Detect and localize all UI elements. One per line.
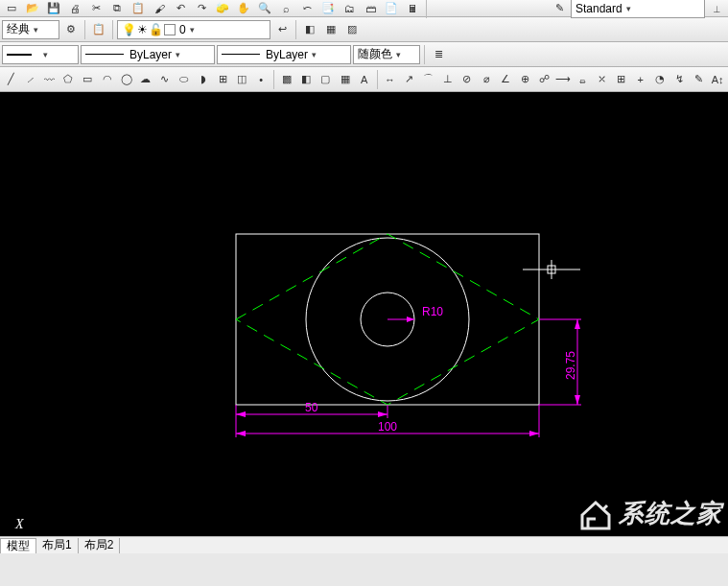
text-style-dropdown[interactable]: Standard: [571, 0, 705, 18]
ellipse-arc-icon[interactable]: ◗: [195, 70, 212, 89]
dim-space-icon[interactable]: ⏛: [575, 70, 592, 89]
separator: [84, 20, 85, 39]
dim-tedit-icon[interactable]: A↕: [709, 70, 726, 89]
dimstyle-brush-icon[interactable]: ✎: [550, 0, 569, 18]
new-icon[interactable]: ▭: [2, 0, 21, 18]
calc-icon[interactable]: 🖩: [403, 0, 422, 18]
dim100-arrow-r: [529, 431, 539, 436]
insert-block-icon[interactable]: ⊞: [214, 70, 231, 89]
dim-quick-icon[interactable]: ⊕: [516, 70, 533, 89]
hatch-icon[interactable]: ▩: [278, 70, 295, 89]
dim-angular-icon[interactable]: ∠: [497, 70, 514, 89]
drawing-svg: R10 50 100 29.75: [0, 92, 728, 536]
region-icon[interactable]: ▢: [317, 70, 334, 89]
print-icon[interactable]: 🖨: [65, 0, 84, 18]
status-bar: 模型 布局1 布局2: [0, 536, 728, 553]
list-icon[interactable]: ≣: [429, 45, 448, 64]
tab-layout1-label: 布局1: [42, 537, 72, 553]
dim50-text: 50: [305, 401, 318, 414]
dim-radius-icon[interactable]: ⊘: [458, 70, 476, 89]
tab-model[interactable]: 模型: [0, 538, 36, 553]
linetype2-value: ByLayer: [266, 48, 308, 61]
copy-icon[interactable]: ⧉: [107, 0, 127, 18]
workspace-dropdown[interactable]: 经典: [2, 20, 59, 39]
polygon-icon[interactable]: ⬠: [59, 70, 77, 89]
radius-arrowhead: [407, 316, 414, 322]
make-current-icon[interactable]: ◧: [300, 20, 319, 39]
layer-props-icon[interactable]: 📋: [89, 20, 108, 39]
separator: [112, 20, 113, 39]
workspace-value: 经典: [7, 21, 30, 37]
dim-baseline-icon[interactable]: ☍: [535, 70, 552, 89]
mtext-icon[interactable]: A: [356, 70, 373, 89]
tab-model-label: 模型: [7, 538, 30, 554]
tolerance-icon[interactable]: ⊞: [613, 70, 630, 89]
open-icon[interactable]: 📂: [23, 0, 42, 18]
lineweight-sample: [7, 54, 32, 56]
dim-aligned-icon[interactable]: ↗: [401, 70, 418, 89]
arc-icon[interactable]: ◠: [98, 70, 115, 89]
table-icon[interactable]: ▦: [336, 70, 353, 89]
pan-icon[interactable]: ✋: [234, 0, 253, 18]
dim100-text: 100: [378, 420, 397, 434]
erase-icon[interactable]: 🧽: [213, 0, 232, 18]
drawing-canvas[interactable]: R10 50 100 29.75 X 系统之家: [0, 92, 728, 536]
dim-diameter-icon[interactable]: ⌀: [478, 70, 495, 89]
dim-linear-icon[interactable]: ↔: [382, 70, 399, 89]
line-icon[interactable]: ╱: [2, 70, 19, 89]
freeze-icon: ☀: [137, 23, 148, 36]
make-block-icon[interactable]: ◫: [233, 70, 250, 89]
layer-iso-icon[interactable]: ▦: [321, 20, 341, 39]
dim-ordinate-icon[interactable]: ⊥: [439, 70, 457, 89]
point-icon[interactable]: •: [252, 70, 270, 89]
paste-icon[interactable]: 📋: [129, 0, 148, 18]
layer-dropdown[interactable]: 💡 ☀ 🔓 0: [117, 20, 270, 39]
workspace-gear-icon[interactable]: ⚙: [61, 20, 81, 39]
toolbar-workspace-layer: 经典 ⚙ 📋 💡 ☀ 🔓 0 ↩ ◧ ▦ ▨: [0, 17, 728, 42]
dimr-arrow-t: [575, 319, 580, 329]
revcloud-icon[interactable]: ☁: [137, 70, 154, 89]
layer-prev-icon[interactable]: ↩: [272, 20, 292, 39]
toolbar-top: ▭ 📂 💾 🖨 ✂ ⧉ 📋 🖌 ↶ ↷ 🧽 ✋ 🔍 ⌕ ⤺ 📑 🗂 🗃 📄 🖩 …: [0, 0, 728, 17]
rectangle-icon[interactable]: ▭: [79, 70, 96, 89]
save-icon[interactable]: 💾: [44, 0, 63, 18]
lock-icon: 🔓: [149, 23, 163, 36]
linetype2-dropdown[interactable]: ByLayer: [217, 45, 351, 64]
tab-layout1[interactable]: 布局1: [36, 538, 79, 553]
color-dropdown[interactable]: 随颜色: [353, 45, 420, 64]
undo-icon[interactable]: ↶: [171, 0, 190, 18]
dim-inspect-icon[interactable]: ◔: [651, 70, 669, 89]
toolbar-draw: ╱ ⟋ 〰 ⬠ ▭ ◠ ◯ ☁ ∿ ⬭ ◗ ⊞ ◫ • ▩ ◧ ▢ ▦ A ↔ …: [0, 67, 728, 92]
zoom-icon[interactable]: 🔍: [255, 0, 274, 18]
circle-icon[interactable]: ◯: [118, 70, 135, 89]
linetype1-dropdown[interactable]: ByLayer: [81, 45, 215, 64]
center-mark-icon[interactable]: +: [632, 70, 649, 89]
toolpalette-icon[interactable]: 🗃: [361, 0, 380, 18]
zoom-window-icon[interactable]: ⌕: [276, 0, 295, 18]
dcenter-icon[interactable]: 🗂: [340, 0, 359, 18]
spline-icon[interactable]: ∿: [156, 70, 174, 89]
linetype1-value: ByLayer: [129, 48, 172, 61]
layer-color-icon: [164, 24, 176, 35]
ellipse-icon[interactable]: ⬭: [176, 70, 193, 89]
pline-icon[interactable]: 〰: [40, 70, 58, 89]
sheetset-icon[interactable]: 📄: [382, 0, 401, 18]
tab-layout2[interactable]: 布局2: [79, 538, 121, 553]
match-icon[interactable]: 🖌: [150, 0, 169, 18]
gradient-icon[interactable]: ◧: [297, 70, 315, 89]
zoom-prev-icon[interactable]: ⤺: [297, 0, 317, 18]
lineweight-dropdown[interactable]: [2, 45, 79, 64]
dim-edit-icon[interactable]: ✎: [690, 70, 707, 89]
toolbar-properties: ByLayer ByLayer 随颜色 ≣: [0, 42, 728, 67]
dim-arc-icon[interactable]: ⌒: [420, 70, 437, 89]
redo-icon[interactable]: ↷: [192, 0, 211, 18]
dim-continue-icon[interactable]: ⟂: [707, 0, 726, 18]
separator: [295, 20, 296, 39]
cut-icon[interactable]: ✂: [86, 0, 106, 18]
layer-match-icon[interactable]: ▨: [342, 20, 362, 39]
dim-jog-icon[interactable]: ↯: [670, 70, 688, 89]
xline-icon[interactable]: ⟋: [21, 70, 38, 89]
dim-continue-icon[interactable]: ⟶: [554, 70, 572, 89]
properties-icon[interactable]: 📑: [318, 0, 338, 18]
dim-break-icon[interactable]: ⤫: [594, 70, 611, 89]
